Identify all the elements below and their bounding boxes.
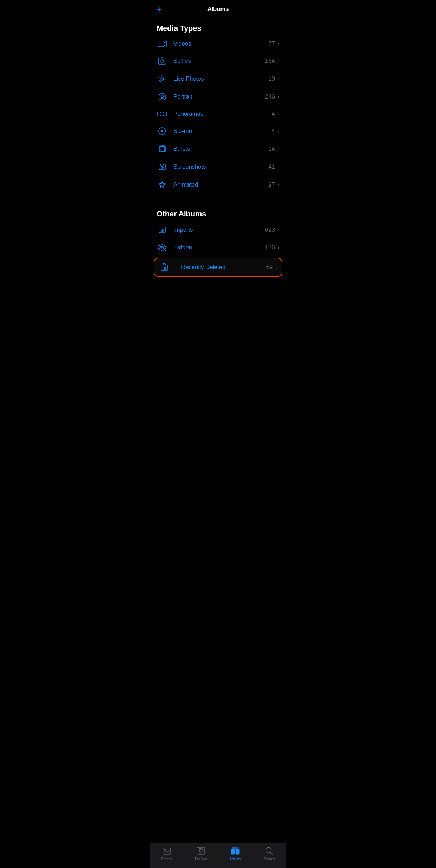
- svg-rect-33: [163, 264, 165, 265]
- selfies-icon: [157, 57, 168, 65]
- trash-icon: [159, 263, 170, 271]
- portrait-count: 246: [265, 93, 275, 100]
- animated-chevron: ›: [278, 182, 279, 188]
- list-item-screenshots[interactable]: Screenshots 41 ›: [150, 158, 286, 176]
- list-item-panoramas[interactable]: Panoramas 4 ›: [150, 106, 286, 122]
- videos-chevron: ›: [278, 41, 279, 47]
- portrait-chevron: ›: [278, 94, 279, 100]
- recently-deleted-label: Recently Deleted: [181, 264, 266, 271]
- svg-point-16: [161, 130, 163, 132]
- videos-count: 77: [268, 40, 275, 47]
- imports-icon: [157, 226, 168, 234]
- svg-point-22: [162, 167, 163, 168]
- hidden-chevron: ›: [278, 245, 279, 250]
- hidden-count: 176: [265, 244, 275, 251]
- svg-rect-0: [158, 41, 164, 47]
- screenshots-label: Screenshots: [173, 163, 268, 170]
- animated-label: Animated: [173, 181, 268, 188]
- list-item-selfies[interactable]: Selfies 164 ›: [150, 52, 286, 70]
- hidden-label: Hidden: [173, 244, 265, 251]
- add-button[interactable]: +: [157, 5, 162, 14]
- screenshots-count: 41: [268, 163, 275, 170]
- svg-point-6: [161, 95, 164, 98]
- screenshots-chevron: ›: [278, 164, 279, 170]
- selfies-count: 164: [265, 58, 275, 65]
- panoramas-count: 4: [272, 110, 275, 117]
- screenshots-icon: [157, 163, 168, 171]
- selfies-chevron: ›: [278, 58, 279, 64]
- imports-count: 623: [265, 227, 275, 234]
- slomo-count: 4: [272, 128, 275, 135]
- svg-rect-1: [158, 58, 166, 64]
- list-item-animated[interactable]: Animated 27 ›: [150, 176, 286, 194]
- portrait-label: Portrait: [173, 93, 265, 100]
- bursts-count: 14: [268, 146, 275, 153]
- live-photos-label: Live Photos: [173, 75, 268, 82]
- recently-deleted-chevron: ›: [276, 264, 277, 270]
- slomo-icon: [157, 127, 168, 135]
- svg-rect-19: [161, 147, 165, 152]
- slomo-chevron: ›: [278, 128, 279, 134]
- page-title: Albums: [207, 6, 229, 13]
- panoramas-chevron: ›: [278, 111, 279, 117]
- header: + Albums: [150, 0, 286, 17]
- live-photos-icon: [157, 75, 168, 83]
- animated-icon: [157, 181, 168, 189]
- imports-chevron: ›: [278, 227, 279, 233]
- list-item-hidden[interactable]: Hidden 176 ›: [150, 239, 286, 256]
- list-item-slomo[interactable]: Slo-mo 4 ›: [150, 122, 286, 140]
- list-item-imports[interactable]: Imports 623 ›: [150, 221, 286, 239]
- svg-point-4: [162, 79, 163, 80]
- live-photos-chevron: ›: [278, 76, 279, 82]
- bursts-label: Bursts: [173, 146, 268, 153]
- recently-deleted-count: 69: [266, 264, 273, 271]
- other-albums-section-header: Other Albums: [150, 202, 286, 221]
- slomo-label: Slo-mo: [173, 128, 272, 135]
- video-icon: [157, 40, 168, 47]
- panoramas-label: Panoramas: [173, 110, 272, 117]
- bursts-chevron: ›: [278, 146, 279, 152]
- panoramas-icon: [157, 111, 168, 117]
- list-item-recently-deleted[interactable]: Recently Deleted 69 ›: [154, 258, 282, 277]
- svg-point-2: [161, 60, 164, 62]
- svg-line-12: [159, 128, 160, 129]
- bursts-icon: [157, 145, 168, 153]
- videos-label: Videos: [173, 40, 268, 47]
- live-photos-count: 19: [268, 75, 275, 82]
- animated-count: 27: [268, 181, 275, 188]
- list-item-live-photos[interactable]: Live Photos 19 ›: [150, 70, 286, 88]
- media-types-section-header: Media Types: [150, 17, 286, 36]
- list-item-portrait[interactable]: Portrait 246 ›: [150, 88, 286, 106]
- list-item-videos[interactable]: Videos 77 ›: [150, 36, 286, 52]
- imports-label: Imports: [173, 227, 265, 234]
- portrait-icon: [157, 93, 168, 101]
- selfies-label: Selfies: [173, 58, 265, 65]
- list-item-bursts[interactable]: Bursts 14 ›: [150, 140, 286, 158]
- hidden-icon: [157, 244, 168, 251]
